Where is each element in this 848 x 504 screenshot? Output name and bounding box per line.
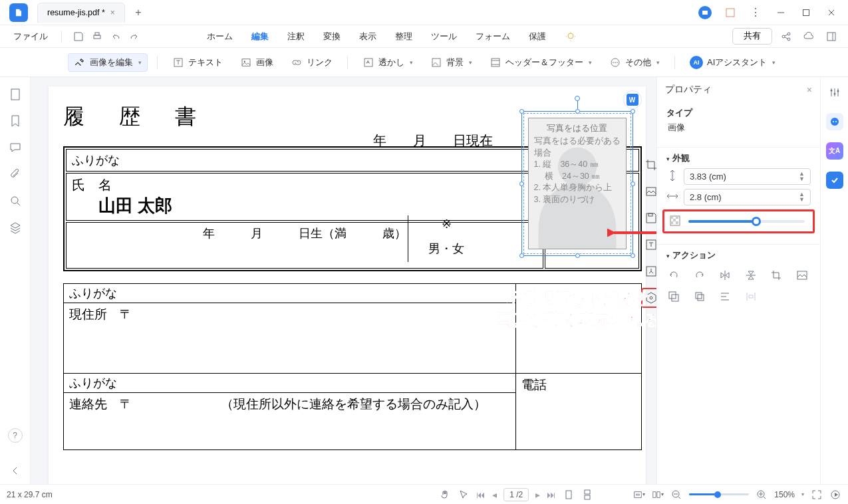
text-tool[interactable]: テキスト [167, 54, 228, 71]
height-input[interactable]: 3.83 (cm)▲▼ [684, 168, 811, 185]
crop-action-icon[interactable] [769, 268, 783, 283]
attachment-icon[interactable] [9, 168, 22, 181]
svg-rect-27 [670, 216, 680, 225]
new-tab-button[interactable]: + [129, 3, 148, 22]
disclosure-icon[interactable]: ▾ [666, 253, 670, 259]
zoom-slider[interactable] [689, 493, 749, 495]
menu-form[interactable]: フォーム [469, 28, 517, 45]
translate-icon[interactable]: 文A [826, 142, 843, 160]
edit-image-tool[interactable]: 画像を編集 ▾ [68, 53, 148, 72]
menu-home[interactable]: ホーム [200, 28, 239, 45]
rotate-handle[interactable] [575, 96, 580, 101]
chat-bubble-icon[interactable] [826, 113, 843, 130]
svg-rect-8 [827, 33, 835, 41]
bulb-icon[interactable] [562, 28, 579, 45]
disclosure-icon[interactable]: ▾ [666, 156, 670, 162]
page-indicator[interactable]: 1 /2 [503, 488, 529, 501]
thumbnails-icon[interactable] [9, 88, 22, 101]
menu-edit[interactable]: 編集 [245, 28, 275, 45]
overflow-menu-icon[interactable]: ⋮ [744, 3, 767, 23]
left-sidebar: ? [0, 77, 31, 484]
scroll-page-icon[interactable] [581, 489, 593, 501]
header-footer-tool[interactable]: ヘッダー＆フッター▾ [484, 54, 597, 71]
flip-vertical-icon[interactable] [744, 268, 758, 283]
search-icon[interactable] [9, 194, 22, 207]
watermark-tool[interactable]: 透かし▾ [357, 54, 418, 71]
menu-view[interactable]: 表示 [353, 28, 383, 45]
align-icon[interactable] [718, 289, 732, 304]
last-page-icon[interactable]: ⏭ [547, 489, 556, 500]
opacity-slider[interactable] [688, 220, 805, 223]
zoom-in-icon[interactable] [756, 489, 768, 501]
slider-thumb[interactable] [752, 217, 761, 226]
menu-tool[interactable]: ツール [424, 28, 464, 45]
extract-image-icon[interactable] [666, 289, 681, 304]
replace-image-icon[interactable] [641, 182, 657, 201]
notification-icon[interactable] [719, 3, 742, 23]
rotate-right-icon[interactable] [692, 268, 707, 283]
panel-toggle-icon[interactable] [823, 28, 840, 45]
ai-assistant-tool[interactable]: AIAIアシスタント▾ [684, 53, 781, 72]
share-link-icon[interactable] [777, 28, 795, 45]
name-label: 氏 名 [72, 178, 112, 192]
hand-tool-icon[interactable] [439, 489, 451, 501]
extract-icon[interactable] [641, 261, 657, 281]
menu-annotate[interactable]: 注釈 [281, 28, 311, 45]
share-button[interactable]: 共有 [732, 28, 772, 45]
copy-action-icon[interactable] [692, 289, 707, 304]
save-image-icon[interactable] [641, 208, 657, 228]
present-icon[interactable] [829, 489, 841, 501]
menu-protect[interactable]: 保護 [522, 28, 553, 45]
single-page-icon[interactable] [563, 489, 575, 501]
first-page-icon[interactable]: ⏮ [476, 489, 486, 500]
read-mode-icon[interactable]: ▾ [652, 489, 664, 501]
save-icon[interactable] [70, 28, 87, 45]
undo-icon[interactable] [107, 28, 124, 45]
annotation-line2: 写真が薄く表示される [497, 310, 657, 330]
background-tool[interactable]: 背景▾ [425, 54, 478, 71]
width-input[interactable]: 2.8 (cm)▲▼ [684, 189, 811, 205]
close-window-button[interactable] [820, 3, 843, 23]
svg-rect-46 [585, 495, 590, 499]
menu-organize[interactable]: 整理 [388, 28, 419, 45]
replace-action-icon[interactable] [795, 268, 809, 283]
layers-icon[interactable] [9, 221, 22, 234]
close-panel-icon[interactable]: × [807, 84, 812, 95]
zoom-value[interactable]: 150% [774, 490, 795, 499]
redo-icon[interactable] [126, 28, 143, 45]
image-tool[interactable]: 画像 [235, 54, 279, 71]
collapse-sidebar-icon[interactable] [9, 464, 22, 477]
crop-icon[interactable] [641, 155, 657, 175]
cloud-upload-icon[interactable] [800, 28, 817, 45]
canvas[interactable]: W 履 歴 書 年 月 日現在 ふりがな 氏 名山田 太郎 年 月 日生（満 歳… [31, 77, 656, 484]
file-menu[interactable]: ファイル [8, 28, 53, 45]
next-page-icon[interactable]: ▸ [535, 489, 540, 500]
pointer-tool-icon[interactable] [458, 489, 470, 501]
bookmark-icon[interactable] [9, 114, 22, 128]
menu-convert[interactable]: 変換 [317, 28, 347, 45]
check-icon[interactable] [826, 172, 843, 189]
adjust-icon[interactable] [826, 84, 843, 101]
maximize-button[interactable] [795, 3, 817, 23]
zoom-out-icon[interactable] [670, 489, 682, 501]
fit-width-icon[interactable]: ▾ [633, 489, 645, 501]
prev-page-icon[interactable]: ◂ [492, 489, 497, 500]
help-icon[interactable]: ? [8, 428, 23, 443]
spinner-icon[interactable]: ▲▼ [799, 192, 805, 201]
fullscreen-icon[interactable] [811, 489, 823, 501]
link-tool[interactable]: リンク [285, 54, 338, 71]
selected-photo-object[interactable]: 写真をはる位置 写真をはる必要がある場合 1. 縦 36～40 ㎜ 横 24～3… [523, 113, 631, 254]
close-tab-icon[interactable]: × [110, 8, 115, 17]
ocr-icon[interactable] [641, 235, 657, 255]
other-tool[interactable]: その他▾ [604, 54, 665, 71]
comment-icon[interactable] [9, 141, 22, 154]
flip-horizontal-icon[interactable] [718, 268, 732, 283]
rotate-left-icon[interactable] [666, 268, 681, 283]
print-icon[interactable] [88, 28, 106, 45]
svg-rect-35 [672, 295, 678, 301]
minimize-button[interactable] [770, 3, 792, 23]
convert-word-badge[interactable]: W [623, 90, 642, 109]
spinner-icon[interactable]: ▲▼ [799, 172, 805, 181]
document-tab[interactable]: resume-jis.pdf * × [37, 3, 125, 23]
text-tool-label: テキスト [188, 57, 223, 68]
